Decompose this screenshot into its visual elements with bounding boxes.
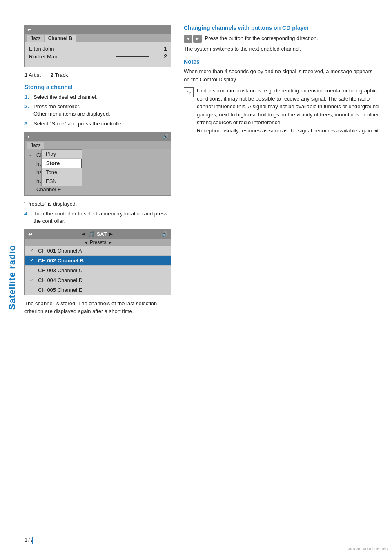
menu-screen-tabs: Jazz [25, 141, 171, 149]
preset-check-0: ✓ [30, 248, 36, 253]
page-bar [32, 537, 33, 544]
overlay-menu: Play Store Tone ESN [41, 149, 82, 186]
system-text: The system switches to the next enabled … [184, 45, 380, 53]
preset-item-4[interactable]: CH 005 Channel E [25, 285, 171, 295]
menu-screen: ↵ 🔊 Jazz ✓ CH 001 Channel A hannel B [24, 132, 172, 196]
preset-check-1: ✓ [30, 258, 36, 263]
step-2-text: Press the controller.Other menu items ar… [33, 103, 110, 118]
sidebar: Satellite radio [0, 0, 24, 555]
preset-text-0: CH 001 Channel A [38, 248, 82, 254]
presets-header: ↵ ◄ 🎵 SAT ► 🔊 [25, 230, 171, 239]
presets-note: "Presets" is displayed. [24, 200, 172, 208]
track-line [116, 56, 149, 57]
notes-heading: Notes [184, 58, 380, 65]
right-column: Changing channels with buttons on CD pla… [184, 25, 380, 318]
track-label: Rocket Man [29, 54, 114, 60]
menu-screen-content: ✓ CH 001 Channel A hannel B hannel C han… [25, 149, 171, 195]
right-ctrl-text: ◄ ► Press the button for the correspondi… [184, 34, 380, 43]
label-1: 1 Artist [24, 72, 41, 78]
steps-list: 1. Select the desired channel. 2. Press … [24, 94, 172, 128]
step-4: 4. Turn the controller to select a memor… [24, 210, 172, 225]
preset-text-4: CH 005 Channel E [38, 287, 82, 293]
presets-subheader: ◄ Presets ► [25, 239, 171, 246]
menu-back-icon: ↵ [27, 133, 32, 140]
menu-speaker-icon: 🔊 [163, 134, 169, 139]
notes-text: When more than 4 seconds go by and no si… [184, 67, 380, 83]
step-2: 2. Press the controller.Other menu items… [24, 103, 172, 118]
overlay-play[interactable]: Play [42, 150, 82, 159]
tab-jazz[interactable]: Jazz [27, 35, 44, 42]
presets-music-icon: 🎵 [88, 231, 95, 237]
preset-item-2[interactable]: CH 003 Channel C [25, 266, 171, 275]
presets-hdr-right: ► [109, 231, 114, 237]
presets-back-icon: ↵ [28, 231, 33, 237]
watermark: carmanualonline.info [346, 546, 388, 551]
storing-channel-heading: Storing a channel [24, 84, 172, 90]
step-4-text: Turn the controller to select a memory l… [33, 210, 172, 225]
press-text: Press the button for the corresponding d… [205, 35, 318, 41]
ctrl-prev[interactable]: ◄ [184, 35, 192, 43]
stored-text: The channel is stored. The channels of t… [24, 300, 172, 316]
step-3-num: 3. [24, 120, 31, 128]
back-icon: ↵ [27, 26, 32, 33]
step-4-num: 4. [24, 210, 31, 225]
tab-channel-b[interactable]: Channel B [45, 35, 76, 42]
ctrl-btns: ◄ ► [184, 35, 202, 43]
screen-1-header: ↵ [25, 25, 171, 34]
menu-list-text-4: Channel E [36, 186, 61, 192]
sidebar-label: Satellite radio [7, 245, 18, 310]
label-2: 2 Track [51, 72, 68, 78]
preset-item-3[interactable]: ✓ CH 004 Channel D [25, 275, 171, 285]
preset-item-1[interactable]: ✓ CH 002 Channel B [25, 256, 171, 266]
step-2-num: 2. [24, 103, 31, 118]
screen-row-rocket: Rocket Man 2 [29, 53, 167, 60]
track-num: 2 [164, 53, 167, 60]
left-column: ↵ Jazz Channel B Elton John 1 Rocket Man… [24, 25, 172, 318]
step-4-list: 4. Turn the controller to select a memor… [24, 210, 172, 225]
step-3: 3. Select "Store" and press the controll… [24, 120, 172, 128]
preset-check-3: ✓ [30, 278, 36, 283]
presets-speaker-icon: 🔊 [162, 231, 168, 237]
preset-item-0[interactable]: ✓ CH 001 Channel A [25, 246, 171, 256]
note-long-text: Under some circumstances, e.g. depending… [197, 87, 380, 134]
step-1-num: 1. [24, 94, 31, 101]
main-content: ↵ Jazz Channel B Elton John 1 Rocket Man… [24, 25, 380, 318]
presets-sat-label: SAT [96, 231, 107, 237]
ctrl-next[interactable]: ► [193, 35, 202, 43]
step-1: 1. Select the desired channel. [24, 94, 172, 101]
overlay-esn[interactable]: ESN [42, 177, 82, 186]
overlay-tone[interactable]: Tone [42, 168, 82, 177]
presets-hdr-left: ◄ [81, 231, 87, 237]
preset-text-3: CH 004 Channel D [38, 277, 82, 283]
preset-text-1: CH 002 Channel B [38, 257, 84, 264]
presets-screen: ↵ ◄ 🎵 SAT ► 🔊 ◄ Presets ► ✓ CH 001 Chann… [24, 229, 172, 295]
artist-line [116, 49, 149, 49]
menu-list-item-4: Channel E [25, 185, 171, 194]
artist-num: 1 [164, 45, 167, 52]
step-3-text: Select "Store" and press the controller. [33, 120, 124, 128]
preset-text-2: CH 003 Channel C [38, 267, 82, 273]
screen-1-content: Elton John 1 Rocket Man 2 [25, 42, 171, 67]
screen-1: ↵ Jazz Channel B Elton John 1 Rocket Man… [24, 25, 172, 67]
menu-tab-jazz[interactable]: Jazz [27, 142, 44, 149]
artist-label: Elton John [29, 46, 114, 52]
step-1-text: Select the desired channel. [33, 94, 98, 101]
note-icon: ▷ [184, 87, 194, 97]
note-box: ▷ Under some circumstances, e.g. dependi… [184, 87, 380, 134]
screen-row-elton: Elton John 1 [29, 45, 167, 52]
menu-screen-header: ↵ 🔊 [25, 132, 171, 141]
label-rows: 1 Artist 2 Track [24, 72, 172, 78]
right-heading: Changing channels with buttons on CD pla… [184, 25, 380, 31]
presets-header-center: ◄ 🎵 SAT ► [81, 231, 114, 237]
overlay-store[interactable]: Store [42, 159, 82, 168]
check-0: ✓ [29, 152, 35, 158]
screen-1-tabs: Jazz Channel B [25, 34, 171, 42]
